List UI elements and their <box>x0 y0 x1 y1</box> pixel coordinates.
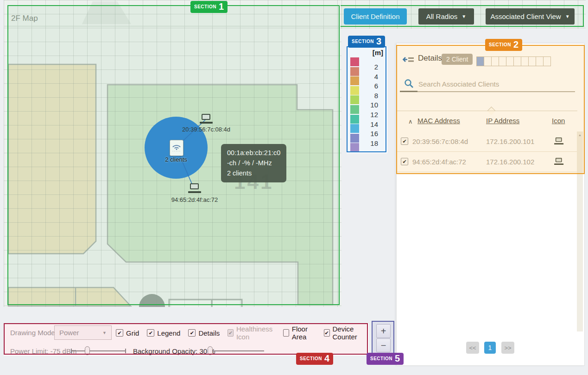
progress-segment <box>521 56 529 66</box>
search-icon <box>404 79 414 88</box>
details-title: Details <box>418 54 442 63</box>
legend-swatch <box>350 76 359 85</box>
option-details[interactable]: ✔Details <box>188 329 220 337</box>
details-panel: Details 2 Client Search Associated Clien… <box>396 43 585 366</box>
row-ip-address: 172.16.200.101 <box>486 138 534 145</box>
pagination-next-button[interactable]: >> <box>501 342 514 354</box>
row-checkbox[interactable]: ✔ <box>401 138 408 145</box>
row-checkbox[interactable]: ✔ <box>401 158 408 165</box>
power-limit-label: Power Limit: -75 dBm <box>10 347 76 355</box>
drawing-mode-value: Power <box>59 329 79 337</box>
progress-segment <box>484 56 492 66</box>
background-opacity-slider[interactable] <box>208 350 264 351</box>
drawing-mode-select[interactable]: Power ▼ <box>54 325 112 340</box>
slider-end-tick <box>125 349 126 353</box>
drawing-mode-label: Drawing Mode: <box>10 329 57 337</box>
power-limit-slider[interactable] <box>71 350 126 351</box>
progress-segment <box>506 56 514 66</box>
chevron-down-icon: ▼ <box>565 14 570 19</box>
ap-ports-dots: ····· <box>172 150 181 152</box>
scrollbar-up-icon[interactable]: ▲ <box>578 133 582 137</box>
laptop-base <box>554 143 563 144</box>
legend-swatch <box>350 115 359 124</box>
checkbox[interactable]: ✔ <box>147 329 154 337</box>
map-title: 2F Map <box>11 14 38 23</box>
laptop-base <box>554 163 563 165</box>
legend-tick-label: 16 <box>362 130 378 138</box>
progress-segment <box>514 56 521 66</box>
sort-ascending-icon[interactable]: ∧ <box>408 118 413 125</box>
associated-client-view-dropdown[interactable]: Associated Client View ▼ <box>486 8 575 25</box>
room-green <box>107 85 333 305</box>
legend-tick-label: 12 <box>362 111 378 119</box>
legend-swatch <box>350 67 359 76</box>
checkbox-label: Floor Area <box>292 325 316 341</box>
table-row[interactable]: ✔20:39:56:7c:08:4d172.16.200.101 <box>397 131 577 152</box>
legend-tick-label: 18 <box>362 139 378 147</box>
option-healthiness-icon: ✔Healthiness Icon <box>228 325 275 341</box>
search-input[interactable]: Search Associated Clients <box>418 80 499 88</box>
checkbox[interactable]: ✔ <box>324 329 330 337</box>
pagination-prev-button[interactable]: << <box>466 342 479 354</box>
back-arrow-icon[interactable] <box>402 56 414 63</box>
option-floor-area[interactable]: Floor Area <box>283 325 316 341</box>
legend-swatch <box>350 57 359 66</box>
display-options: ✔Grid✔Legend✔Details✔Healthiness IconFlo… <box>116 326 369 339</box>
app-root: 2F Map Client Definition All Radios ▼ As… <box>0 0 588 375</box>
zoom-out-button[interactable]: − <box>376 338 391 352</box>
ap-tooltip: 00:1a:eb:cb:21:c0 -ch / -% / -MHz 2 clie… <box>221 144 286 182</box>
legend-swatch <box>350 124 359 133</box>
checkbox-label: Grid <box>126 329 139 337</box>
checkbox[interactable]: ✔ <box>188 329 196 337</box>
legend-unit-label: [m] <box>373 49 383 56</box>
table-row[interactable]: ✔94:65:2d:4f:ac:72172.16.200.102 <box>397 152 577 172</box>
progress-segment <box>492 56 499 66</box>
checkbox[interactable] <box>283 329 289 337</box>
dome-shape <box>139 294 165 307</box>
progress-segment <box>499 56 506 66</box>
topbar-divider <box>4 26 585 26</box>
tooltip-radio-info: -ch / -% / -MHz <box>227 158 280 169</box>
table-top-divider <box>397 111 577 111</box>
legend-tick-label: 8 <box>362 92 378 100</box>
table-outline <box>169 300 242 307</box>
laptop-icon[interactable] <box>200 114 213 124</box>
column-header-icon[interactable]: Icon <box>552 117 565 125</box>
access-point-icon[interactable]: ····· <box>170 140 183 156</box>
laptop-icon <box>554 158 563 165</box>
pagination-page-button[interactable]: 1 <box>484 342 496 354</box>
legend-tick-label: 10 <box>362 101 378 109</box>
row-mac-address: 94:65:2d:4f:ac:72 <box>412 158 466 166</box>
column-header-mac[interactable]: MAC Address <box>417 117 460 125</box>
client-definition-button[interactable]: Client Definition <box>344 8 407 25</box>
option-grid[interactable]: ✔Grid <box>116 329 139 337</box>
checkbox-label: Device Counter <box>333 325 369 341</box>
laptop-screen <box>556 158 562 162</box>
all-radios-label: All Radios <box>426 12 458 20</box>
checkbox-label: Details <box>198 329 220 337</box>
option-device-counter[interactable]: ✔Device Counter <box>324 325 369 341</box>
zoom-in-button[interactable]: + <box>376 324 391 338</box>
legend-tick-label: 2 <box>362 63 378 71</box>
associated-client-view-label: Associated Client View <box>490 12 561 20</box>
progress-segment <box>536 56 544 66</box>
progress-segment <box>476 56 484 66</box>
capacity-progress-bar <box>476 56 551 66</box>
room-beige-lower <box>8 288 131 306</box>
legend-swatch <box>350 134 359 143</box>
slider-thumb[interactable] <box>208 346 213 355</box>
client-mac-label: 94:65:2d:4f:ac:72 <box>160 196 229 203</box>
laptop-icon[interactable] <box>188 183 201 193</box>
slider-start-tick <box>71 349 72 353</box>
progress-segment <box>544 56 551 66</box>
checkbox[interactable]: ✔ <box>116 329 123 337</box>
tooltip-mac: 00:1a:eb:cb:21:c0 <box>227 148 280 158</box>
all-radios-dropdown[interactable]: All Radios ▼ <box>418 8 474 25</box>
scrollbar[interactable]: ▲ <box>577 131 583 331</box>
option-legend[interactable]: ✔Legend <box>147 329 180 337</box>
background-opacity-label: Background Opacity: 30 % <box>133 347 215 355</box>
slider-thumb[interactable] <box>85 346 90 355</box>
progress-segment <box>529 56 536 66</box>
chevron-down-icon: ▼ <box>462 14 466 19</box>
column-header-ip[interactable]: IP Address <box>486 117 519 125</box>
